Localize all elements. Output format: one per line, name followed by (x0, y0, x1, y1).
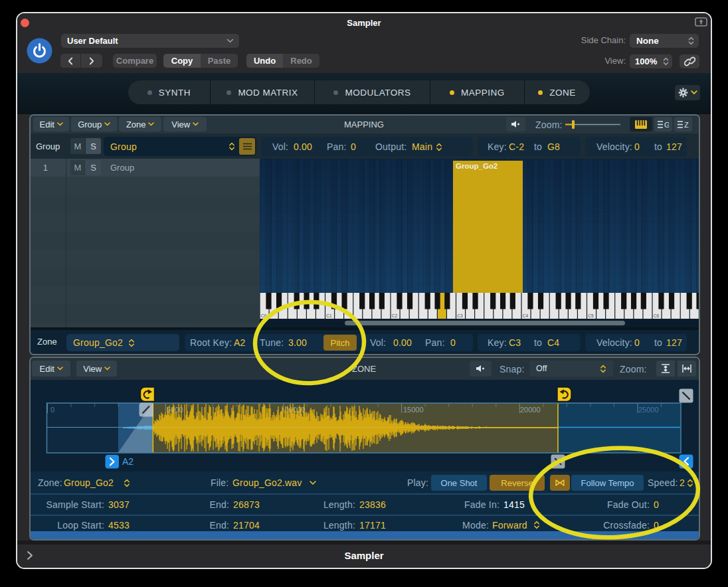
svg-text:C6: C6 (654, 313, 660, 318)
svg-text:C5: C5 (588, 313, 594, 318)
svg-text:C3: C3 (457, 313, 463, 318)
svg-text:25000: 25000 (638, 406, 659, 414)
svg-text:15000: 15000 (403, 406, 424, 414)
svg-text:C4: C4 (523, 313, 529, 318)
svg-text:C1: C1 (326, 313, 332, 318)
svg-text:0: 0 (50, 406, 54, 414)
svg-text:C0: C0 (261, 313, 267, 318)
svg-text:20000: 20000 (520, 406, 541, 414)
svg-text:C2: C2 (392, 313, 398, 318)
svg-text:G: G (664, 121, 669, 129)
svg-text:A2: A2 (122, 456, 134, 467)
svg-text:Z: Z (684, 121, 689, 129)
